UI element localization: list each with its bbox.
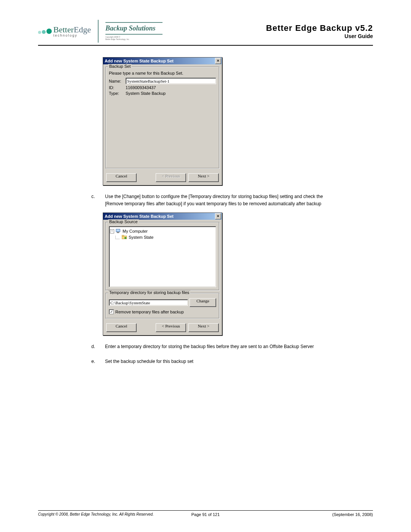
folder-icon — [122, 235, 127, 240]
change-button[interactable]: Change — [190, 298, 216, 307]
close-icon[interactable]: × — [215, 213, 221, 219]
type-value: System State Backup — [126, 91, 166, 96]
computer-icon — [116, 229, 121, 233]
dialog1-title: Add new System State Backup Set — [105, 59, 174, 63]
page-header: BetterEdge technology Backup Solutions C… — [38, 20, 373, 46]
cancel-button[interactable]: Cancel — [106, 323, 137, 332]
remove-temp-checkbox[interactable]: ✓ — [109, 309, 114, 314]
svg-point-4 — [124, 237, 126, 239]
tree-collapse-icon[interactable]: − — [110, 229, 114, 233]
name-label: Name: — [109, 79, 124, 83]
marker-e: e. — [91, 358, 98, 365]
tree-root-label[interactable]: My Computer — [123, 229, 148, 233]
remove-temp-label: Remove temporary files after backup — [115, 310, 184, 314]
logo-group: BetterEdge technology Backup Solutions C… — [38, 20, 162, 43]
previous-button[interactable]: < Previous — [156, 323, 186, 332]
marker-c: c. — [91, 193, 98, 207]
next-button[interactable]: Next > — [188, 173, 219, 182]
previous-button: < Previous — [156, 173, 186, 182]
instruction-e-text: Set the backup schedule for this backup … — [105, 358, 327, 365]
temp-dir-legend: Temporary directory for storing backup f… — [108, 290, 190, 295]
instruction-e: e. Set the backup schedule for this back… — [91, 358, 327, 365]
instruction-c: c. Use the [Change] button to configure … — [91, 193, 327, 207]
logo-mini-copy2: Better Edge Technology, Inc. — [105, 38, 162, 41]
tree-child-label[interactable]: System State — [129, 235, 153, 240]
logo-tech: technology — [53, 34, 91, 37]
backup-solutions-box: Backup Solutions Copyright 2008 © Better… — [105, 22, 162, 40]
dialog1-prompt: Please type a name for this Backup Set. — [109, 71, 216, 75]
dialog-backup-set-name: Add new System State Backup Set × Backup… — [103, 57, 222, 185]
doc-subtitle: User Guide — [266, 33, 373, 39]
cancel-button[interactable]: Cancel — [106, 173, 137, 182]
dialog-backup-source: Add new System State Backup Set × Backup… — [103, 212, 222, 335]
type-label: Type: — [109, 91, 124, 96]
doc-title: Better Edge Backup v5.2 — [266, 23, 373, 33]
logo-better: Better — [53, 25, 74, 34]
next-button[interactable]: Next > — [188, 323, 219, 332]
source-tree[interactable]: − My Computer System State — [109, 226, 216, 287]
header-title: Better Edge Backup v5.2 User Guide — [266, 23, 373, 39]
dialog2-title: Add new System State Backup Set — [105, 214, 174, 219]
page-footer: Copyright © 2008, Better Edge Technology… — [38, 510, 373, 517]
svg-rect-3 — [122, 235, 124, 236]
svg-rect-0 — [116, 229, 120, 232]
id-value: 1169009343437 — [126, 85, 156, 90]
logo-divider — [98, 20, 99, 43]
instruction-d-text: Enter a temporary directory for storing … — [105, 343, 327, 350]
marker-d: d. — [91, 343, 98, 350]
name-input[interactable]: SystemStateBackupSet-1 — [126, 78, 216, 84]
instruction-c-text: Use the [Change] button to configure the… — [105, 193, 327, 207]
close-icon[interactable]: × — [215, 58, 221, 64]
betteredge-logo: BetterEdge technology — [38, 26, 91, 37]
footer-page-number: Page 91 of 121 — [38, 512, 373, 517]
logo-edge: Edge — [74, 25, 91, 34]
instruction-d: d. Enter a temporary directory for stori… — [91, 343, 327, 350]
svg-rect-1 — [117, 232, 119, 233]
backup-source-legend: Backup Source — [108, 219, 139, 224]
dialog1-fieldset-legend: Backup Set — [108, 64, 132, 69]
id-label: ID: — [109, 85, 124, 90]
temp-dir-input[interactable]: C:\Backup\SystemState — [109, 299, 188, 306]
backup-solutions-label: Backup Solutions — [105, 23, 162, 34]
